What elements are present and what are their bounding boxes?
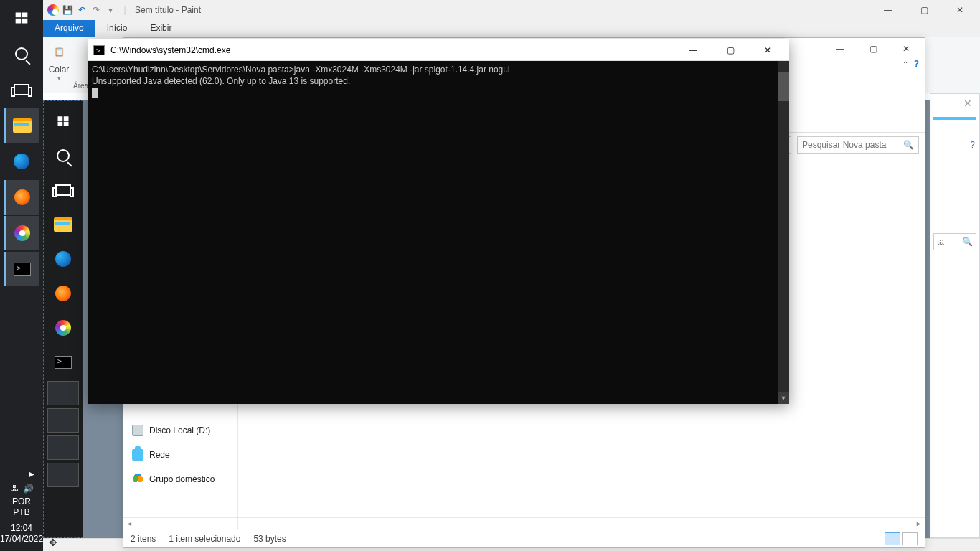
cmd-title-text: C:\Windows\system32\cmd.exe [110, 45, 230, 55]
firefox-icon [55, 286, 71, 301]
cmd-output[interactable]: C:\Users\Yhudizinn\Desktop\Servidores\No… [88, 61, 789, 404]
paint-icon [55, 320, 71, 336]
firefox-icon [14, 189, 30, 205]
svg-rect-5 [64, 116, 69, 121]
cmd-window: C:\Windows\system32\cmd.exe — ▢ ✕ C:\Use… [88, 39, 789, 404]
folder-icon [13, 118, 32, 133]
thumbnail [47, 463, 79, 487]
qat-redo-icon[interactable]: ↷ [90, 4, 102, 16]
svg-rect-3 [22, 19, 28, 24]
cmd-minimize-button[interactable]: — [677, 40, 709, 60]
paint-app-icon [47, 4, 59, 16]
folder-icon [54, 217, 72, 232]
paint-minimize-button[interactable]: — [872, 0, 904, 20]
help-icon[interactable]: ? [914, 59, 919, 69]
clipboard-icon: 📋 [47, 40, 70, 63]
paint-titlebar[interactable]: 💾 ↶ ↷ ▾ | Sem título - Paint — ▢ ✕ [43, 0, 980, 20]
paint-cursor-indicator: ✥ [49, 537, 57, 548]
scroll-right-icon[interactable]: ► [915, 520, 922, 527]
nav-item-network[interactable]: Rede [126, 446, 235, 464]
start-button[interactable] [4, 1, 39, 35]
explorer-window-2: ✕ ? ta 🔍 [930, 93, 980, 538]
language-indicator[interactable]: POR PTB [0, 496, 43, 519]
paint-close-button[interactable]: ✕ [944, 0, 976, 20]
task-view-icon [55, 184, 71, 196]
ribbon-collapse-icon[interactable]: ⌃ [903, 60, 908, 68]
status-item-count: 2 itens [131, 534, 156, 544]
taskbar-edge[interactable] [4, 144, 39, 179]
paint-title-text: Sem título - Paint [135, 5, 201, 15]
thumbnail [47, 435, 79, 460]
status-selected: 1 item selecionado [169, 534, 240, 544]
view-icons-button[interactable] [902, 532, 918, 545]
nav-item-disk-d[interactable]: Disco Local (D:) [126, 421, 235, 440]
taskbar-firefox[interactable] [4, 180, 39, 215]
edge-icon [14, 154, 29, 169]
paint-ribbon-tabs: Arquivo Início Exibir [43, 20, 980, 37]
clock-time[interactable]: 12:04 [0, 523, 43, 534]
svg-rect-2 [16, 19, 22, 24]
cmd-icon [14, 263, 31, 276]
clock-date[interactable]: 17/04/2022 [0, 534, 43, 545]
cmd-titlebar[interactable]: C:\Windows\system32\cmd.exe — ▢ ✕ [88, 39, 789, 61]
search-icon: 🔍 [903, 140, 914, 150]
view-details-button[interactable] [885, 532, 900, 545]
task-view-button[interactable] [4, 72, 39, 107]
volume-icon[interactable]: 🔊 [23, 484, 34, 495]
cmd-cursor [92, 88, 98, 98]
explorer2-close-button[interactable]: ✕ [959, 96, 976, 110]
thumbnail [47, 381, 79, 405]
taskbar: ▶ 🖧 🔊 POR PTB 12:04 17/04/2022 [0, 0, 43, 551]
paint-icon [14, 225, 30, 241]
task-view-icon [14, 84, 29, 95]
scroll-thumb[interactable] [778, 72, 789, 101]
paint-tab-file[interactable]: Arquivo [43, 20, 95, 37]
cmd-scrollbar[interactable]: ▲ ▼ [778, 61, 789, 404]
help-icon[interactable]: ? [930, 138, 979, 151]
network-icon [132, 449, 143, 461]
status-bytes: 53 bytes [253, 534, 286, 544]
svg-rect-4 [58, 116, 63, 121]
explorer2-ribbon-strip [933, 117, 976, 134]
svg-rect-0 [16, 13, 22, 18]
svg-rect-1 [22, 13, 28, 18]
search-icon [57, 149, 70, 162]
cmd-close-button[interactable]: ✕ [752, 40, 783, 60]
taskbar-expand[interactable]: ▶ [4, 466, 39, 481]
paint-paste-group[interactable]: 📋 Colar ▾ [47, 40, 70, 82]
explorer-minimize-button[interactable]: — [824, 39, 856, 59]
paint-tab-view[interactable]: Exibir [138, 20, 183, 37]
qat-save-icon[interactable]: 💾 [62, 4, 73, 16]
explorer-h-scrollbar[interactable]: ◄ ► [123, 517, 925, 529]
explorer-maximize-button[interactable]: ▢ [857, 39, 889, 59]
explorer-statusbar: 2 itens 1 item selecionado 53 bytes [123, 529, 925, 547]
search-button[interactable] [4, 37, 39, 71]
disk-icon [132, 425, 143, 436]
embedded-taskbar-image [43, 100, 83, 538]
explorer-close-button[interactable]: ✕ [890, 39, 922, 59]
nav-item-homegroup[interactable]: Grupo doméstico [126, 470, 235, 489]
cmd-maximize-button[interactable]: ▢ [715, 40, 746, 60]
search-icon [15, 47, 28, 60]
homegroup-icon [132, 474, 143, 485]
qat-undo-icon[interactable]: ↶ [76, 4, 88, 16]
search-icon: 🔍 [962, 237, 973, 247]
taskbar-cmd[interactable] [4, 252, 39, 286]
explorer2-search[interactable]: ta 🔍 [933, 233, 976, 250]
edge-icon [55, 251, 71, 267]
network-icon[interactable]: 🖧 [10, 484, 19, 495]
paint-tab-home[interactable]: Início [95, 20, 139, 37]
svg-rect-6 [58, 122, 63, 126]
cmd-icon [55, 356, 72, 369]
taskbar-paint[interactable] [4, 216, 39, 250]
paint-maximize-button[interactable]: ▢ [908, 0, 940, 20]
system-tray: 🖧 🔊 POR PTB 12:04 17/04/2022 [0, 481, 43, 551]
scroll-down-icon[interactable]: ▼ [778, 392, 789, 404]
svg-rect-7 [64, 122, 69, 126]
thumbnail [47, 408, 79, 433]
scroll-left-icon[interactable]: ◄ [126, 520, 133, 527]
taskbar-file-explorer[interactable] [4, 108, 39, 143]
cmd-icon [93, 45, 105, 55]
